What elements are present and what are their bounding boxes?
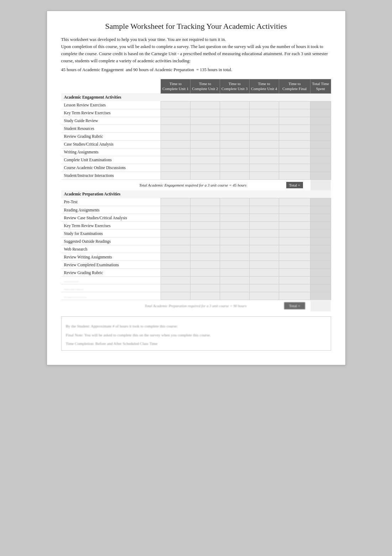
table-row: Writing Assignments [61,148,331,156]
col4-header: Time to Complete Unit 4 [249,79,279,94]
table-row: Review Grading Rubric [61,269,331,277]
table-row: Suggested Outside Readings [61,237,331,245]
table-row: Course Academic Online Discussions [61,164,331,172]
blurred-row: ........................ [61,292,331,300]
blurred-row: ................ [61,277,331,284]
worksheet-page: Sample Worksheet for Tracking Your Acade… [47,11,346,365]
table-row: Lesson Review Exercises [61,101,331,109]
blurred-row: ..................... [61,284,331,292]
table-row: Key Term Review Exercises [61,222,331,230]
hours-summary: 45 hours of Academic Engagement and 90 h… [61,67,331,73]
table-row: Review Grading Rubric [61,132,331,140]
table-row: Reading Assignments [61,206,331,214]
intro-paragraph: This worksheet was developed to help you… [61,36,331,64]
table-row: Web Research [61,245,331,253]
table-row: Pre-Test [61,198,331,206]
table-row: Review Completed Examinations [61,261,331,269]
page-title: Sample Worksheet for Tracking Your Acade… [61,22,331,31]
preparation-total-row: Total Academic Preparation required for … [61,300,331,312]
table-row: Student Resources [61,125,331,132]
col5-header: Time to Complete Final [279,79,310,94]
table-row: Case Studies/Critical Analysis [61,140,331,148]
col1-header: Time to Complete Unit 1 [161,79,190,94]
table-row: Complete Unit Examinations [61,156,331,164]
table-row: Key Term Review Exercises [61,109,331,117]
table-row: Student/Instructor Interactions [61,172,331,179]
table-row: Review Writing Assignments [61,253,331,261]
tracking-table: Time to Complete Unit 1 Time to Complete… [61,79,331,311]
table-row: Review Case Studies/Critical Analysis [61,214,331,222]
engagement-section-header: Academic Engagement Activities [61,93,331,101]
bottom-notes: By the Student: Approximate # of hours i… [61,316,331,351]
engagement-total-row: Total Academic Engagement required for a… [61,179,331,190]
table-row: Study for Examinations [61,230,331,237]
col6-header: Total Time Spent [310,79,331,94]
col-label-header [61,79,161,94]
col3-header: Time to Complete Unit 3 [220,79,249,94]
table-row: Study Guide Review [61,117,331,125]
col2-header: Time to Complete Unit 2 [190,79,220,94]
preparation-section-header: Academic Preparation Activities [61,190,331,198]
